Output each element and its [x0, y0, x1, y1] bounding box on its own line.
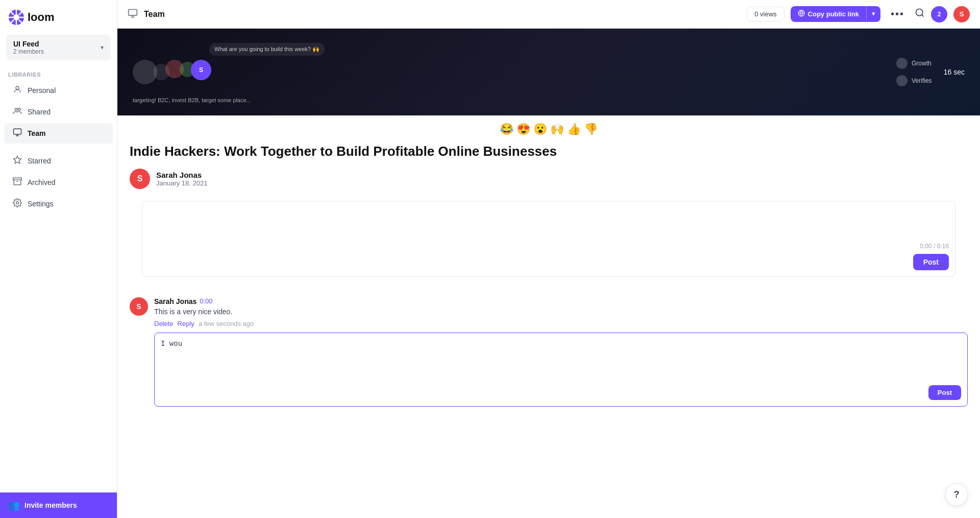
workspace-selector[interactable]: UI Feed 2 members ▾ — [6, 35, 111, 60]
sidebar-item-starred[interactable]: Starred — [4, 151, 113, 171]
comments-section: S Sarah Jonas 0:00 This is a very nice v… — [117, 297, 980, 430]
comment-body: Sarah Jonas 0:00 This is a very nice vid… — [154, 297, 968, 407]
workspace-name: UI Feed — [13, 40, 44, 48]
sidebar-item-settings[interactable]: Settings — [4, 194, 113, 214]
workspace-members: 2 members — [13, 48, 44, 55]
globe-icon — [798, 10, 805, 18]
comment-input-area: 0:00 / 0:16 Post — [142, 201, 955, 277]
video-categories: Growth Verifies — [888, 29, 980, 115]
sidebar: loom UI Feed 2 members ▾ Libraries Perso… — [0, 0, 117, 518]
reactions-bar: 😂 😍 😮 🙌 👍 👎 — [117, 115, 980, 143]
video-thumbnail[interactable]: S What are you going to build this week?… — [117, 29, 980, 115]
comment-timer: 0:00 / 0:16 — [149, 243, 949, 250]
sidebar-item-archived-label: Archived — [28, 178, 55, 186]
svg-line-22 — [922, 15, 924, 17]
copy-link-dropdown[interactable]: ▾ — [866, 6, 880, 22]
svg-point-1 — [13, 14, 19, 20]
comment-time-ago: a few seconds ago — [199, 320, 254, 327]
user-count-avatar[interactable]: 2 — [931, 6, 947, 22]
loom-logo[interactable]: loom — [8, 9, 55, 26]
team-section-icon — [128, 8, 138, 20]
main-content: Team 0 views Copy public link ▾ ••• 2 S — [117, 0, 980, 518]
svg-marker-14 — [14, 156, 21, 163]
settings-icon — [12, 198, 22, 209]
shared-icon — [12, 106, 22, 117]
archive-icon — [12, 177, 22, 188]
star-icon — [12, 155, 22, 167]
comment-author-name: Sarah Jonas — [154, 297, 197, 305]
sidebar-item-archived[interactable]: Archived — [4, 172, 113, 193]
svg-rect-18 — [129, 9, 137, 15]
video-caption: targeting! B2C, invest B2B, target some … — [133, 97, 251, 103]
sidebar-item-shared-label: Shared — [28, 108, 51, 116]
sidebar-item-starred-label: Starred — [28, 157, 51, 165]
sidebar-item-personal-label: Personal — [28, 86, 56, 95]
team-icon — [12, 128, 22, 139]
invite-icon: 👥 — [8, 500, 19, 511]
more-options-button[interactable]: ••• — [887, 6, 909, 22]
copy-link-button[interactable]: Copy public link — [791, 6, 866, 22]
svg-point-12 — [18, 108, 21, 111]
svg-point-11 — [15, 108, 18, 111]
sidebar-item-team[interactable]: Team — [4, 123, 113, 144]
svg-point-21 — [916, 9, 923, 16]
content-area: S What are you going to build this week?… — [117, 29, 980, 518]
author-name: Sarah Jonas — [156, 171, 207, 179]
reaction-wow[interactable]: 😮 — [533, 123, 547, 136]
invite-members-button[interactable]: 👥 Invite members — [0, 492, 117, 518]
topbar: Team 0 views Copy public link ▾ ••• 2 S — [117, 0, 980, 29]
svg-point-10 — [16, 86, 19, 89]
video-inner: S What are you going to build this week?… — [117, 29, 980, 115]
sidebar-item-team-label: Team — [28, 129, 46, 137]
svg-rect-15 — [13, 178, 22, 180]
comment-header: Sarah Jonas 0:00 — [154, 297, 968, 305]
loom-logo-icon — [8, 9, 24, 26]
invite-button-label: Invite members — [24, 501, 77, 509]
comment-item: S Sarah Jonas 0:00 This is a very nice v… — [130, 297, 968, 407]
reaction-thumbsup[interactable]: 👍 — [567, 123, 581, 136]
reaction-laugh[interactable]: 😂 — [500, 123, 513, 136]
copy-link-label: Copy public link — [808, 10, 859, 18]
svg-point-17 — [16, 202, 19, 204]
reply-input-area: I wou Post — [154, 333, 968, 407]
help-button[interactable]: ? — [945, 483, 968, 506]
workspace-info: UI Feed 2 members — [13, 40, 44, 55]
reaction-raise[interactable]: 🙌 — [550, 123, 564, 136]
author-row: S Sarah Jonas January 18, 2021 — [130, 169, 968, 189]
reply-post-button[interactable]: Post — [928, 385, 961, 400]
author-avatar: S — [130, 169, 150, 189]
sidebar-item-shared[interactable]: Shared — [4, 102, 113, 122]
comment-timestamp-link[interactable]: 0:00 — [200, 297, 212, 305]
comment-actions: Delete Reply a few seconds ago — [154, 320, 968, 327]
svg-rect-13 — [14, 129, 21, 134]
video-info: Indie Hackers: Work Together to Build Pr… — [117, 143, 980, 297]
user-avatar[interactable]: S — [953, 6, 970, 22]
loom-logo-text: loom — [28, 11, 55, 24]
sidebar-item-settings-label: Settings — [28, 200, 54, 208]
personal-icon — [12, 85, 22, 96]
copy-link-group: Copy public link ▾ — [791, 6, 880, 22]
search-button[interactable] — [915, 8, 925, 20]
author-date: January 18, 2021 — [156, 179, 207, 187]
logo-area: loom — [0, 0, 117, 31]
views-badge: 0 views — [747, 7, 784, 21]
comment-textarea[interactable] — [149, 208, 949, 239]
author-details: Sarah Jonas January 18, 2021 — [156, 171, 207, 187]
reply-comment-link[interactable]: Reply — [178, 320, 194, 327]
comment-text: This is a very nice video. — [154, 308, 968, 316]
video-title: Indie Hackers: Work Together to Build Pr… — [130, 143, 968, 160]
libraries-label: Libraries — [0, 68, 117, 80]
sidebar-item-personal[interactable]: Personal — [4, 80, 113, 101]
comment-author-avatar: S — [130, 297, 148, 316]
comment-post-button[interactable]: Post — [913, 254, 949, 270]
reaction-thumbsdown[interactable]: 👎 — [584, 123, 598, 136]
topbar-title: Team — [144, 10, 741, 19]
delete-comment-link[interactable]: Delete — [154, 320, 174, 327]
reply-textarea[interactable]: I wou — [161, 339, 961, 380]
chevron-down-icon: ▾ — [101, 44, 104, 51]
reaction-love[interactable]: 😍 — [517, 123, 530, 136]
video-chat-bubble: What are you going to build this week? 🙌 — [209, 43, 325, 56]
